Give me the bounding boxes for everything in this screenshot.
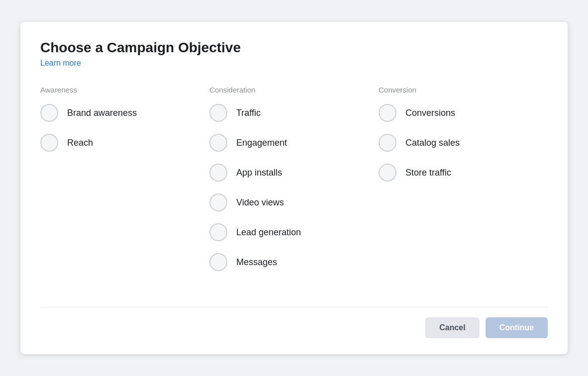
continue-button[interactable]: Continue: [486, 317, 548, 338]
option-label-engagement: Engagement: [236, 138, 287, 148]
option-app-installs[interactable]: App installs: [209, 164, 369, 182]
option-lead-generation[interactable]: Lead generation: [209, 223, 369, 241]
option-label-lead-generation: Lead generation: [236, 227, 301, 238]
awareness-header: Awareness: [40, 86, 199, 94]
option-messages[interactable]: Messages: [209, 253, 369, 271]
option-label-traffic: Traffic: [236, 108, 261, 118]
dialog-title: Choose a Campaign Objective: [40, 40, 548, 56]
radio-reach[interactable]: [40, 134, 58, 152]
awareness-column: Awareness Brand awareness Reach: [40, 86, 209, 283]
option-video-views[interactable]: Video views: [209, 193, 369, 211]
radio-traffic[interactable]: [209, 104, 227, 122]
option-traffic[interactable]: Traffic: [209, 104, 369, 122]
option-reach[interactable]: Reach: [40, 134, 199, 152]
radio-video-views[interactable]: [209, 193, 227, 211]
consideration-header: Consideration: [209, 86, 369, 94]
radio-store-traffic[interactable]: [379, 164, 396, 182]
objectives-columns: Awareness Brand awareness Reach Consider…: [40, 86, 548, 283]
option-label-app-installs: App installs: [236, 168, 282, 178]
campaign-objective-dialog: Choose a Campaign Objective Learn more A…: [20, 22, 568, 354]
option-label-conversions: Conversions: [405, 108, 455, 118]
radio-catalog-sales[interactable]: [379, 134, 396, 152]
learn-more-link[interactable]: Learn more: [40, 59, 81, 67]
option-conversions[interactable]: Conversions: [379, 104, 538, 122]
option-store-traffic[interactable]: Store traffic: [379, 164, 538, 182]
consideration-column: Consideration Traffic Engagement App ins…: [209, 86, 379, 283]
radio-messages[interactable]: [209, 253, 227, 271]
cancel-button[interactable]: Cancel: [425, 317, 479, 338]
radio-brand-awareness[interactable]: [40, 104, 58, 122]
option-engagement[interactable]: Engagement: [209, 134, 369, 152]
radio-app-installs[interactable]: [209, 164, 227, 182]
option-label-store-traffic: Store traffic: [405, 168, 451, 178]
radio-engagement[interactable]: [209, 134, 227, 152]
dialog-footer: Cancel Continue: [40, 307, 548, 338]
conversion-column: Conversion Conversions Catalog sales Sto…: [379, 86, 548, 283]
option-brand-awareness[interactable]: Brand awareness: [40, 104, 199, 122]
radio-conversions[interactable]: [379, 104, 396, 122]
radio-lead-generation[interactable]: [209, 223, 227, 241]
option-label-messages: Messages: [236, 257, 277, 268]
option-label-reach: Reach: [67, 138, 93, 148]
option-catalog-sales[interactable]: Catalog sales: [379, 134, 538, 152]
option-label-video-views: Video views: [236, 197, 284, 208]
option-label-catalog-sales: Catalog sales: [405, 138, 460, 148]
option-label-brand-awareness: Brand awareness: [67, 108, 137, 118]
conversion-header: Conversion: [379, 86, 538, 94]
